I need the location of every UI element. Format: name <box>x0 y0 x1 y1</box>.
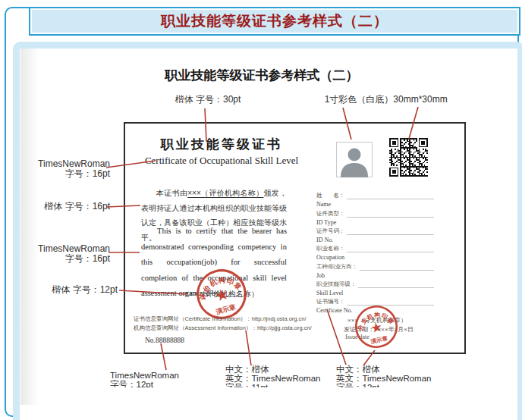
field-label-en: Occupation <box>316 254 434 261</box>
field-row: 证件号码： ID No. <box>316 227 434 243</box>
field-label-cn: 姓 名： <box>316 192 345 199</box>
field-underline <box>347 246 435 252</box>
annotation-photo: 1寸彩色（白底） <box>319 95 399 105</box>
banner-title: 职业技能等级证书参考样式（二） <box>161 11 388 31</box>
top-banner: 职业技能等级证书参考样式（二） <box>29 7 520 36</box>
field-label-en: ID Type <box>316 219 434 226</box>
annotation-line: TimesNewRoman <box>110 371 209 380</box>
annotation-line: 楷体 字号：16pt <box>34 202 110 212</box>
field-label-cn: 证件号码： <box>316 227 345 235</box>
field-label-cn: 职业名称： <box>316 245 345 252</box>
certificate-serial-number: No.88888888 <box>145 337 184 344</box>
page-title: 职业技能等级证书参考样式（二） <box>20 67 503 84</box>
annotation-line: 字号：16pt <box>34 169 110 179</box>
annotation-title-font: 楷体 字号：30pt <box>164 95 252 105</box>
seal-star-icon: ★ <box>213 285 231 305</box>
annotation-line: 楷体 字号：12pt <box>42 285 118 295</box>
body-cn-org-placeholder: ×××（评价机构名称） <box>187 189 263 197</box>
id-photo-placeholder <box>336 142 373 177</box>
field-underline <box>347 193 435 199</box>
field-label-cn: 职业技能等级： <box>316 281 357 288</box>
annotation-line: 字号：11pt <box>225 383 332 387</box>
field-label-en: ID No. <box>316 237 434 243</box>
field-row: 职业名称： Occupation <box>316 245 434 261</box>
annotation-bottom-3: 中文：楷体 英文：TimesNewRoman 字号：12pt <box>336 365 442 387</box>
annotation-left-3: TimesNewRoman 字号：16pt <box>34 244 110 264</box>
seal-star-icon: ★ <box>369 319 383 337</box>
field-underline <box>347 228 435 235</box>
annotation-left-4: 楷体 字号：12pt <box>42 285 118 295</box>
certificate-subtitle: Certificate of Occupational Skill Level <box>127 155 316 167</box>
field-label-en: Skill Level <box>316 290 434 296</box>
field-label-cn: 工种/职业方向： <box>316 263 358 271</box>
annotation-line: 中文：楷体 <box>225 365 332 374</box>
annotation-line: 英文：TimesNewRoman <box>336 374 442 383</box>
field-row: 工种/职业方向： Job <box>316 263 434 279</box>
annotation-qr-size: 30mm*30mm <box>393 95 448 105</box>
annotation-line: 英文：TimesNewRoman <box>225 374 332 383</box>
annotation-bottom-1: TimesNewRoman 字号：12pt <box>110 371 209 387</box>
field-underline <box>358 281 435 288</box>
annotation-line: 字号：16pt <box>34 254 110 264</box>
certificate-title: 职业技能等级证书 <box>127 136 316 153</box>
annotation-left-1: TimesNewRoman 字号：16pt <box>34 159 110 179</box>
field-label-en: Job <box>316 272 434 279</box>
field-row: 职业技能等级： Skill Level <box>316 281 434 296</box>
qr-code <box>389 138 428 177</box>
annotation-bottom-2: 中文：楷体 英文：TimesNewRoman 字号：11pt <box>225 365 332 387</box>
branch-org-seal: 分支机构印章 ★ 演示章 <box>351 301 403 353</box>
assessment-query-url: 机构信息查询网址（Assessment Information）：http://… <box>134 324 312 332</box>
page-curl-shadow <box>20 49 39 405</box>
field-underline <box>347 211 435 218</box>
annotation-line: 字号：12pt <box>336 383 442 387</box>
certificate-query-url: 证书信息查询网址（Certificate Information）：http:/… <box>134 315 307 323</box>
annotation-line: 中文：楷体 <box>336 365 442 374</box>
field-label-en: Name <box>316 201 434 208</box>
field-label-cn: 证件类型： <box>316 210 345 218</box>
field-underline <box>360 264 434 271</box>
annotation-left-2: 楷体 字号：16pt <box>34 202 110 212</box>
field-row: 姓 名： Name <box>316 192 434 208</box>
annotation-line: 字号：12pt <box>110 380 209 387</box>
screenshot-page: 职业技能等级证书参考样式（二） 职业技能等级证书参考样式（二） 楷体 字号：30… <box>0 0 522 420</box>
body-cn-prefix: 本证书由 <box>156 189 187 197</box>
field-label-cn: 证书编号： <box>316 298 345 306</box>
field-row: 证件类型： ID Type <box>316 210 434 226</box>
